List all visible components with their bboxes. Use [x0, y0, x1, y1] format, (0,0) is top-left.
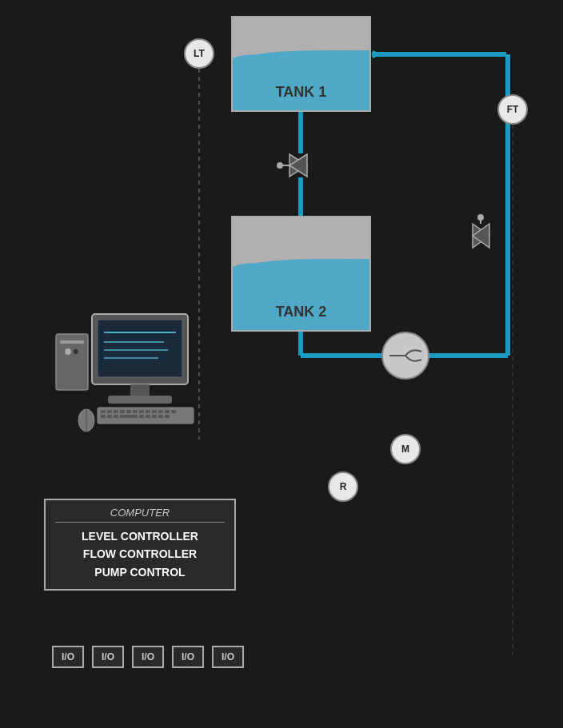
- io-label-2: I/O: [102, 651, 114, 662]
- svg-rect-50: [114, 415, 118, 418]
- svg-rect-51: [120, 415, 138, 418]
- svg-rect-52: [139, 415, 144, 418]
- diagram-area: TANK 1 TANK 2 LT FT M R: [0, 0, 563, 728]
- io-box-5[interactable]: I/O: [212, 646, 244, 668]
- tank2: TANK 2: [231, 216, 371, 332]
- m-instrument: M: [390, 434, 421, 464]
- tank1: TANK 1: [231, 16, 371, 112]
- lt-instrument: LT: [184, 38, 214, 69]
- svg-rect-37: [107, 410, 112, 413]
- svg-rect-49: [107, 415, 112, 418]
- svg-rect-53: [146, 415, 150, 418]
- controller-line1: LEVEL CONTROLLER: [55, 527, 225, 545]
- io-box-3[interactable]: I/O: [132, 646, 164, 668]
- io-label-3: I/O: [142, 651, 154, 662]
- svg-rect-36: [101, 410, 106, 413]
- svg-rect-47: [171, 410, 176, 413]
- svg-point-10: [477, 214, 484, 221]
- lt-label: LT: [194, 48, 205, 59]
- tank1-label: TANK 1: [233, 84, 369, 101]
- svg-rect-29: [130, 384, 150, 396]
- svg-rect-32: [60, 340, 84, 344]
- svg-rect-54: [152, 415, 157, 418]
- computer-box-title: COMPUTER: [55, 507, 225, 523]
- r-label: R: [340, 481, 347, 492]
- svg-rect-38: [114, 410, 118, 413]
- ft-label: FT: [507, 104, 519, 115]
- computer-control-box: COMPUTER LEVEL CONTROLLER FLOW CONTROLLE…: [44, 499, 236, 591]
- svg-marker-20: [373, 50, 382, 58]
- io-box-4[interactable]: I/O: [172, 646, 204, 668]
- svg-rect-30: [108, 396, 172, 404]
- controller-line2: FLOW CONTROLLER: [55, 545, 225, 563]
- tank2-water: [233, 268, 369, 330]
- svg-rect-44: [152, 410, 157, 413]
- svg-point-34: [74, 349, 78, 354]
- io-label-4: I/O: [182, 651, 194, 662]
- r-instrument: R: [328, 471, 358, 502]
- m-label: M: [401, 444, 409, 455]
- svg-rect-24: [98, 320, 182, 377]
- svg-point-33: [65, 348, 71, 355]
- svg-rect-41: [133, 410, 138, 413]
- io-label-5: I/O: [222, 651, 234, 662]
- svg-rect-46: [165, 410, 170, 413]
- io-box-1[interactable]: I/O: [52, 646, 84, 668]
- svg-rect-48: [101, 415, 106, 418]
- svg-rect-39: [120, 410, 125, 413]
- svg-rect-56: [165, 415, 170, 418]
- svg-rect-42: [139, 410, 144, 413]
- svg-rect-40: [126, 410, 131, 413]
- io-box-2[interactable]: I/O: [92, 646, 124, 668]
- computer-illustration: [48, 310, 240, 446]
- io-label-1: I/O: [62, 651, 74, 662]
- svg-rect-45: [158, 410, 163, 413]
- controller-line3: PUMP CONTROL: [55, 563, 225, 581]
- computer-box-content: LEVEL CONTROLLER FLOW CONTROLLER PUMP CO…: [55, 527, 225, 581]
- tank2-label: TANK 2: [233, 304, 369, 320]
- ft-instrument: FT: [497, 94, 528, 125]
- svg-point-14: [277, 162, 283, 169]
- svg-rect-43: [146, 410, 150, 413]
- svg-rect-55: [158, 415, 163, 418]
